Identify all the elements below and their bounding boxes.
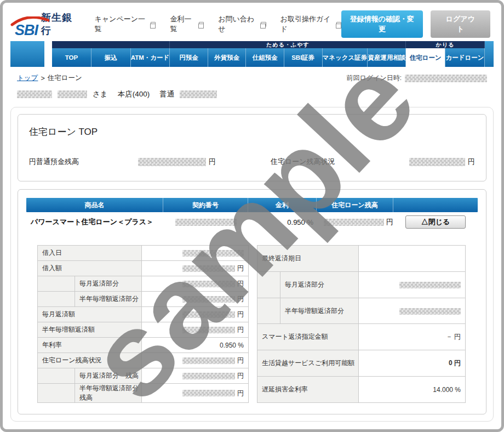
nav-end-cap xyxy=(485,41,494,67)
table-row: 最終返済期日 xyxy=(257,246,466,272)
link-guide[interactable]: お取引操作ガイド xyxy=(280,14,342,34)
logout-button[interactable]: ログアウト xyxy=(431,10,490,38)
page-frame: SBI 新生銀行 キャンペーン一覧 金利一覧 お問い合わせ お取引操作ガイド 登… xyxy=(0,0,504,432)
nav-left-block xyxy=(10,41,44,67)
table-row: 半年毎増額返済部分 残高 円 xyxy=(38,384,249,403)
external-link-icon xyxy=(336,22,341,27)
branch-name: 本店(400) xyxy=(118,89,150,99)
table-row: 住宅ローン残高状況 円 xyxy=(38,353,249,368)
masked-value xyxy=(182,373,235,379)
masked-value xyxy=(182,265,235,272)
last-login-value-masked xyxy=(405,75,487,82)
tab-structured-deposit[interactable]: 仕組預金 xyxy=(246,48,284,67)
product-row: パワースマート住宅ローン＜プラス＞ 0.950 % 円 △閉じる xyxy=(26,212,478,232)
link-contact[interactable]: お問い合わせ xyxy=(218,14,266,34)
table-row: 生活貸越サービスご利用可能額 0 円 xyxy=(257,350,466,377)
nav-group-basic: TOP 振込 ATM・カード xyxy=(52,41,170,67)
link-campaign-list[interactable]: キャンペーン一覧 xyxy=(94,14,156,34)
register-info-button[interactable]: 登録情報の確認・変更 xyxy=(341,10,422,38)
tab-asset-consulting[interactable]: 資産運用相談 xyxy=(368,48,406,67)
logo-swoosh-icon xyxy=(10,16,50,26)
breadcrumb-current: 住宅ローン xyxy=(48,73,82,83)
tab-monex-securities[interactable]: マネックス証券 xyxy=(323,48,368,67)
masked-value xyxy=(182,390,235,396)
tab-atm-card[interactable]: ATM・カード xyxy=(131,48,170,67)
product-name: パワースマート住宅ローン＜プラス＞ xyxy=(26,217,163,227)
header-action xyxy=(393,198,478,212)
table-row: 借入日 xyxy=(38,246,249,261)
masked-value xyxy=(182,357,235,364)
loan-balance-masked xyxy=(409,158,465,166)
loan-top-panel: 住宅ローン TOP 円普通預金残高 円 住宅ローン残高状況 円 xyxy=(18,114,486,181)
product-balance-unit: 円 xyxy=(386,217,393,227)
user-suffix: さま xyxy=(93,89,108,99)
loan-detail-panel: 商品名 契約番号 金利 住宅ローン残高 パワースマート住宅ローン＜プラス＞ 0.… xyxy=(18,189,486,414)
tab-top[interactable]: TOP xyxy=(52,48,91,67)
detail-tables: 借入日 借入額 円 毎月返済部分 円 半年毎増額返済部分 円 毎月返済額 円 半… xyxy=(26,245,478,403)
tab-sbi-securities[interactable]: SBI証券 xyxy=(284,48,323,67)
table-row: 年利率 0.950 % xyxy=(38,338,249,353)
loan-unit: 円 xyxy=(468,157,475,167)
header-contract-number: 契約番号 xyxy=(163,198,248,212)
breadcrumb-separator: > xyxy=(41,75,44,82)
header-links: キャンペーン一覧 金利一覧 お問い合わせ お取引操作ガイド xyxy=(94,14,341,34)
header-loan-balance: 住宅ローン残高 xyxy=(317,198,393,212)
loan-table-header: 商品名 契約番号 金利 住宅ローン残高 xyxy=(26,198,478,212)
last-login-label: 前回ログイン日時: xyxy=(347,73,402,83)
user-name-masked xyxy=(58,90,87,98)
main-nav: TOP 振込 ATM・カード ためる・ふやす 円預金 外貨預金 仕組預金 SBI… xyxy=(10,41,494,67)
breadcrumb: トップ > 住宅ローン 前回ログイン日時: xyxy=(17,73,487,83)
page-title: 住宅ローン TOP xyxy=(29,126,475,138)
last-login: 前回ログイン日時: xyxy=(347,73,487,83)
yen-balance-label: 円普通預金残高 xyxy=(29,157,138,167)
masked-value xyxy=(399,308,461,315)
external-link-icon xyxy=(199,22,204,27)
header-product-name: 商品名 xyxy=(26,198,163,212)
tab-yen-deposit[interactable]: 円預金 xyxy=(170,48,208,67)
user-name-masked xyxy=(17,90,52,98)
nav-group-label xyxy=(52,41,170,48)
masked-value xyxy=(399,282,461,288)
content-wrapper: 住宅ローン TOP 円普通預金残高 円 住宅ローン残高状況 円 商品名 契約番号… xyxy=(10,107,494,422)
masked-value xyxy=(182,311,235,318)
link-rate-list[interactable]: 金利一覧 xyxy=(170,14,204,34)
loan-detail-table-left: 借入日 借入額 円 毎月返済部分 円 半年毎増額返済部分 円 毎月返済額 円 半… xyxy=(37,245,249,403)
table-row: 毎月返済部分 xyxy=(257,271,466,298)
tab-home-loan[interactable]: 住宅ローン xyxy=(406,48,445,67)
table-row: 毎月返済部分 円 xyxy=(38,276,249,292)
product-balance-masked xyxy=(324,219,384,226)
header-interest-rate: 金利 xyxy=(248,198,317,212)
bank-logo[interactable]: SBI 新生銀行 xyxy=(15,11,79,38)
masked-value xyxy=(182,281,235,287)
product-rate: 0.950 % xyxy=(248,218,317,226)
table-row: 遅延損害金利率 14.000 % xyxy=(257,377,466,403)
table-row: 毎月返済部分 残高 円 xyxy=(38,368,249,384)
site-header: SBI 新生銀行 キャンペーン一覧 金利一覧 お問い合わせ お取引操作ガイド 登… xyxy=(15,10,490,38)
nav-group-save-grow: ためる・ふやす 円預金 外貨預金 仕組預金 SBI証券 マネックス証券 資産運用… xyxy=(170,41,406,67)
yen-unit: 円 xyxy=(209,157,216,167)
nav-group-label: かりる xyxy=(406,41,485,48)
close-details-button[interactable]: △閉じる xyxy=(405,215,466,229)
yen-balance-masked xyxy=(138,158,206,166)
external-link-icon xyxy=(151,22,156,27)
contract-number-masked xyxy=(175,219,237,226)
masked-value xyxy=(182,296,235,303)
account-type: 普通 xyxy=(159,89,174,99)
balance-row: 円普通預金残高 円 住宅ローン残高状況 円 xyxy=(29,157,475,167)
tab-card-loan[interactable]: カードローン xyxy=(445,48,485,67)
masked-value xyxy=(182,250,244,257)
table-row: 半年毎増額返済額 円 xyxy=(38,322,249,338)
breadcrumb-home-link[interactable]: トップ xyxy=(17,73,38,83)
table-row: 毎月返済額 円 xyxy=(38,307,249,322)
table-row: 半年毎増額返済部分 xyxy=(257,298,466,324)
table-row: 半年毎増額返済部分 円 xyxy=(38,292,249,307)
table-row: 借入額 円 xyxy=(38,261,249,276)
tab-foreign-deposit[interactable]: 外貨預金 xyxy=(208,48,247,67)
nav-group-label: ためる・ふやす xyxy=(170,41,406,48)
tab-transfer[interactable]: 振込 xyxy=(91,48,131,67)
table-row: スマート返済指定金額 － 円 xyxy=(257,324,466,350)
user-info: さま 本店(400) 普通 xyxy=(17,89,487,99)
loan-balance-label: 住宅ローン残高状況 xyxy=(271,157,369,167)
account-number-masked xyxy=(180,90,217,98)
masked-value xyxy=(182,327,235,333)
